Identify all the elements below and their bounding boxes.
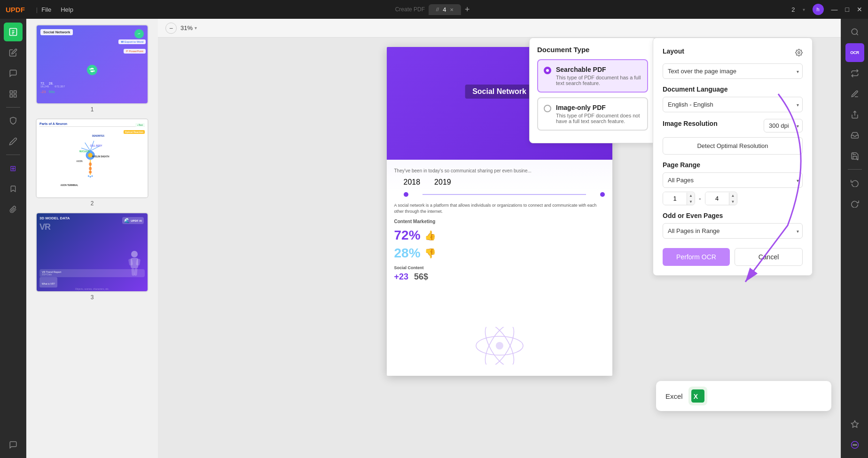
image-only-pdf-radio[interactable]	[544, 105, 551, 112]
right-icon-undo[interactable]	[845, 173, 864, 192]
thumbnail-image-3[interactable]: 3D MODEL DATA VR 🌊 UPDF AI VR Trend Repo…	[36, 212, 149, 292]
right-icon-redo[interactable]	[845, 194, 864, 213]
detect-resolution-button[interactable]: Detect Optimal Resolution	[663, 137, 803, 155]
right-icon-message[interactable]	[845, 435, 864, 454]
active-tab[interactable]: // 4 ×	[429, 4, 461, 15]
excel-icon: X	[688, 387, 707, 405]
page-range-inputs: ▲ ▼ - ▲ ▼	[663, 192, 803, 205]
excel-popup-label: Excel	[665, 392, 683, 400]
right-icon-sign[interactable]	[845, 85, 864, 103]
help-menu[interactable]: Help	[61, 6, 73, 13]
page-to-up[interactable]: ▲	[729, 193, 737, 199]
social-network-title: Social Network	[465, 85, 534, 99]
title-bar: UPDF | File Help Create PDF // 4 × + 2 ▾…	[0, 0, 868, 19]
language-select[interactable]: English - English French - Français Germ…	[663, 97, 803, 112]
layout-select[interactable]: Text over the page image Text under the …	[663, 63, 803, 79]
svg-rect-1	[10, 91, 12, 93]
odd-even-select-wrapper: All Pages in Range Odd Pages Even Pages …	[663, 223, 803, 239]
tab-add-button[interactable]: +	[465, 5, 470, 15]
odd-even-select[interactable]: All Pages in Range Odd Pages Even Pages	[663, 223, 803, 239]
svg-point-18	[131, 251, 138, 257]
right-icon-star[interactable]	[845, 415, 864, 434]
odd-even-title: Odd or Even Pages	[663, 212, 803, 219]
svg-point-38	[854, 444, 855, 445]
file-menu[interactable]: File	[41, 6, 51, 13]
year-2018: 2018	[404, 178, 421, 186]
thumbnail-item-3[interactable]: 3D MODEL DATA VR 🌊 UPDF AI VR Trend Repo…	[32, 212, 152, 301]
zoom-decrease-button[interactable]: −	[165, 23, 177, 34]
page-to-input-wrap: ▲ ▼	[705, 192, 737, 205]
right-icon-share[interactable]	[845, 105, 864, 124]
right-icon-search[interactable]	[845, 23, 864, 41]
tab-count-badge[interactable]: 2	[791, 6, 795, 13]
tab-count-arrow[interactable]: ▾	[803, 7, 805, 12]
content-marketing-label: Content Marketing	[394, 219, 605, 224]
page-from-input[interactable]	[663, 192, 687, 205]
zoom-dropdown-arrow[interactable]: ▾	[195, 25, 197, 31]
ocr-panel: Layout Text over the page image Text und…	[653, 38, 813, 276]
thumbnail-image-2[interactable]: Parts of A Neuron	[36, 118, 149, 198]
center-title: Create PDF	[395, 6, 425, 13]
page-from-down[interactable]: ▼	[687, 199, 695, 205]
app-logo: UPDF	[6, 6, 25, 14]
sidebar-icon-layers[interactable]: ⊞	[4, 159, 23, 178]
thumbnail-image-1[interactable]: Social Network W Export to Word P PowerP…	[36, 24, 149, 104]
svg-point-12	[89, 163, 92, 166]
page-range-select[interactable]: All Pages Custom Range	[663, 172, 803, 188]
document-language-title: Document Language	[663, 85, 803, 93]
user-avatar[interactable]: h	[813, 4, 824, 15]
image-only-pdf-info: Image-only PDF This type of PDF document…	[556, 104, 641, 124]
perform-ocr-button[interactable]: Perform OCR	[663, 248, 730, 266]
page-from-up[interactable]: ▲	[687, 193, 695, 199]
searchable-pdf-option[interactable]: Searchable PDF This type of PDF document…	[537, 59, 648, 93]
searchable-pdf-desc: This type of PDF document has a full tex…	[556, 75, 641, 86]
sidebar-icon-protect[interactable]	[4, 111, 23, 130]
searchable-pdf-radio[interactable]	[544, 67, 551, 74]
svg-point-16	[91, 175, 93, 177]
page-to-input[interactable]	[705, 192, 729, 205]
image-only-pdf-option[interactable]: Image-only PDF This type of PDF document…	[537, 97, 648, 131]
sidebar-icon-chat[interactable]	[4, 435, 23, 454]
resolution-select[interactable]: 300 dpi 200 dpi 150 dpi 72 dpi	[764, 119, 803, 132]
sidebar-icon-layout[interactable]	[4, 85, 23, 103]
timeline	[394, 192, 605, 197]
image-resolution-title: Image Resolution	[663, 120, 718, 127]
layout-title: Layout	[663, 47, 684, 55]
right-icon-inbox[interactable]	[845, 126, 864, 145]
right-icon-ocr[interactable]: OCR	[845, 43, 864, 62]
page-range-select-wrapper: All Pages Custom Range ▾	[663, 172, 803, 188]
page-to-down[interactable]: ▼	[729, 199, 737, 205]
right-sidebar: OCR	[841, 19, 868, 458]
main-layout: ⊞ Social Network W Expor	[0, 19, 868, 458]
image-only-pdf-desc: This type of PDF document does not have …	[556, 113, 641, 124]
svg-text:X: X	[693, 393, 698, 400]
window-controls: 2 ▾ h — □ ✕	[791, 4, 862, 15]
window-minimize-button[interactable]: —	[831, 6, 838, 13]
tab-icon: //	[436, 7, 439, 12]
thumbnail-item-2[interactable]: Parts of A Neuron	[32, 118, 152, 207]
image-only-pdf-name: Image-only PDF	[556, 104, 641, 111]
sidebar-icon-document[interactable]	[4, 23, 23, 41]
window-close-button[interactable]: ✕	[857, 6, 862, 13]
sidebar-icon-stamp[interactable]	[4, 132, 23, 151]
document-type-title: Document Type	[537, 46, 648, 54]
cancel-button[interactable]: Cancel	[735, 248, 803, 266]
thumbnail-item-1[interactable]: Social Network W Export to Word P PowerP…	[32, 24, 152, 113]
odd-even-section: Odd or Even Pages All Pages in Range Odd…	[663, 212, 803, 239]
right-icon-convert[interactable]	[845, 64, 864, 83]
window-maximize-button[interactable]: □	[845, 6, 849, 13]
left-sidebar: ⊞	[0, 19, 26, 458]
svg-point-28	[798, 52, 800, 54]
sidebar-icon-paperclip[interactable]	[4, 200, 23, 219]
sidebar-icon-comment[interactable]	[4, 64, 23, 83]
sidebar-icon-bookmark[interactable]	[4, 179, 23, 198]
right-icon-cloud-save[interactable]	[845, 147, 864, 165]
zoom-value-display[interactable]: 31% ▾	[180, 24, 197, 31]
layout-settings-button[interactable]	[795, 49, 803, 58]
page-body: They've been in today's so communicat sh…	[387, 160, 612, 289]
page-range-section: Page Range All Pages Custom Range ▾ ▲ ▼	[663, 161, 803, 205]
excel-popup[interactable]: Excel X	[656, 381, 831, 411]
metric-2-value: 28%	[394, 246, 421, 261]
tab-close-button[interactable]: ×	[450, 6, 454, 13]
sidebar-icon-edit[interactable]	[4, 43, 23, 62]
